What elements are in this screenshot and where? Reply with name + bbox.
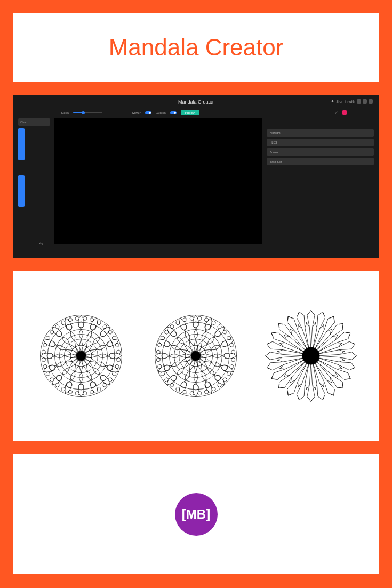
brush-highlight[interactable]: Highlight — [267, 129, 374, 137]
svg-point-21 — [302, 347, 319, 364]
right-toolbar: Highlight HLDS Square Basic Soft — [267, 118, 374, 244]
social-icon-1[interactable] — [357, 99, 361, 104]
social-icon-2[interactable] — [363, 99, 367, 104]
brush-basic-soft[interactable]: Basic Soft — [267, 158, 374, 165]
svg-point-19 — [190, 316, 194, 320]
undo-icon[interactable] — [38, 241, 44, 246]
svg-point-7 — [78, 322, 84, 328]
mirror-toggle[interactable] — [145, 111, 151, 114]
brush-hlds[interactable]: HLDS — [267, 139, 374, 146]
eyedropper-icon[interactable] — [334, 110, 339, 115]
app-header-title: Mandala Creator — [13, 95, 379, 107]
mirror-label: Mirror — [132, 111, 141, 114]
sides-slider[interactable] — [73, 112, 102, 113]
user-icon — [331, 99, 334, 104]
signin-label: Sign in with — [336, 100, 355, 104]
mandala-example-2 — [148, 308, 244, 404]
svg-point-8 — [83, 316, 86, 320]
guides-toggle[interactable] — [170, 111, 177, 114]
mb-logo: [MB] — [175, 493, 218, 536]
logo-panel: [MB] — [13, 454, 379, 574]
svg-point-10 — [76, 351, 86, 361]
mandala-example-3 — [263, 308, 359, 404]
drawing-canvas[interactable] — [54, 118, 262, 244]
mandala-example-1 — [33, 308, 129, 404]
social-icon-3[interactable] — [369, 99, 373, 104]
left-toolbar: Clear — [18, 118, 50, 244]
workspace: Clear Highlight HLDS Square Basic Soft — [13, 118, 379, 244]
sides-label: Sides — [61, 111, 69, 114]
publish-button[interactable]: Publish — [181, 110, 200, 115]
color-swatch-blue-1[interactable] — [18, 128, 25, 160]
app-screenshot-panel: Mandala Creator Sign in with Sides Mirro… — [13, 95, 379, 258]
bottom-tool-icons — [38, 241, 44, 246]
color-swatch-blue-2[interactable] — [18, 175, 25, 207]
color-swatch-pink[interactable] — [342, 110, 347, 115]
svg-point-17 — [193, 322, 199, 328]
svg-point-20 — [191, 351, 201, 361]
svg-point-0 — [332, 100, 333, 101]
app-toolbar: Sides Mirror Guides Publish — [13, 107, 379, 118]
color-picker-tools — [334, 110, 347, 115]
logo-text: [MB] — [182, 507, 210, 522]
title-panel: Mandala Creator — [13, 13, 379, 82]
page-title: Mandala Creator — [109, 34, 284, 61]
mandala-examples-panel — [13, 271, 379, 441]
svg-point-9 — [75, 316, 79, 320]
clear-button[interactable]: Clear — [18, 118, 50, 126]
svg-point-18 — [198, 316, 202, 320]
signin-area: Sign in with — [331, 99, 373, 104]
guides-label: Guides — [156, 111, 166, 114]
brush-square[interactable]: Square — [267, 148, 374, 156]
